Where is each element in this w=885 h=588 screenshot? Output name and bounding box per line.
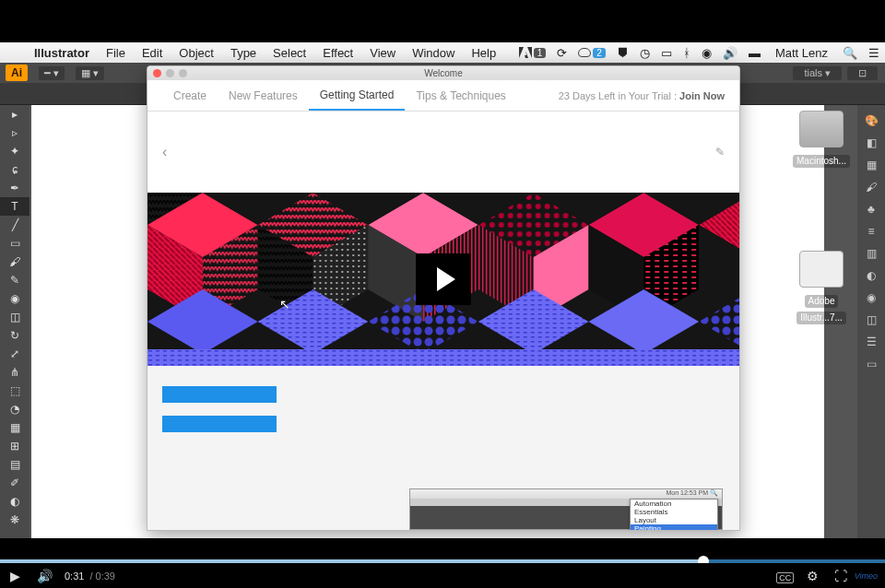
tool-paintbrush[interactable]: 🖌 <box>0 253 30 271</box>
tab-getting-started[interactable]: Getting Started <box>309 80 406 111</box>
video-controls: ▶ 🔊 0:31 / 0:39 CC ⚙ ⛶ Vimeo <box>0 563 885 588</box>
wifi-icon[interactable]: ◉ <box>696 46 717 60</box>
play-icon <box>437 267 455 291</box>
spotlight-icon[interactable]: 🔍 <box>837 46 863 60</box>
tool-rotate[interactable]: ↻ <box>0 326 30 345</box>
menu-window[interactable]: Window <box>404 46 463 60</box>
video-fullscreen-icon[interactable]: ⛶ <box>827 569 855 583</box>
user-name[interactable]: Matt Lenz <box>766 46 837 60</box>
tool-gradient[interactable]: ▤ <box>0 455 30 474</box>
illustrator-logo: Ai <box>6 65 28 81</box>
search-panel-button[interactable]: ⊡ <box>847 66 878 80</box>
sync-icon[interactable]: ⟳ <box>551 46 572 60</box>
clock-icon[interactable]: ◷ <box>634 46 655 60</box>
welcome-tabs: Create New Features Getting Started Tips… <box>148 80 739 112</box>
video-cc-button[interactable]: CC <box>772 569 799 583</box>
panel-appearance-icon[interactable]: ◉ <box>857 288 885 308</box>
bluetooth-icon[interactable]: ᚼ <box>678 46 696 60</box>
video-volume-icon[interactable]: 🔊 <box>30 569 59 583</box>
control-dropdown-style[interactable]: ▦ ▾ <box>76 66 104 80</box>
tool-pencil[interactable]: ✎ <box>0 271 30 289</box>
tool-selection[interactable]: ▸ <box>0 105 30 123</box>
tool-free-transform[interactable]: ⬚ <box>0 382 30 400</box>
app-name[interactable]: Illustrator <box>26 46 98 60</box>
panel-color-guide-icon[interactable]: ◧ <box>857 133 885 153</box>
tab-create[interactable]: Create <box>162 80 218 111</box>
welcome-action-buttons <box>148 366 739 453</box>
carousel-edit-icon[interactable]: ✎ <box>715 146 725 159</box>
panel-stroke-icon[interactable]: ≡ <box>857 221 885 241</box>
tool-blob[interactable]: ◉ <box>0 289 30 308</box>
tool-blend[interactable]: ◐ <box>0 492 30 511</box>
menu-type[interactable]: Type <box>222 46 265 60</box>
tool-eraser[interactable]: ◫ <box>0 308 30 326</box>
volume-icon[interactable]: 🔊 <box>717 46 743 60</box>
desktop-hd-icon[interactable]: Macintosh... <box>789 111 854 168</box>
tab-tips[interactable]: Tips & Techniques <box>405 80 516 111</box>
tool-rectangle[interactable]: ▭ <box>0 234 30 253</box>
menu-file[interactable]: File <box>98 46 134 60</box>
adobe-a-icon[interactable]: 1 <box>513 47 552 58</box>
mini-menu-automation[interactable]: Automation <box>631 500 717 508</box>
welcome-title: Welcome <box>424 68 463 78</box>
tool-lasso[interactable]: ɕ <box>0 160 30 179</box>
tool-eyedropper[interactable]: ✐ <box>0 474 30 492</box>
panel-color-icon[interactable]: 🎨 <box>857 111 885 131</box>
panel-artboards-icon[interactable]: ▭ <box>857 354 885 374</box>
workspace-switcher[interactable]: tials ▾ <box>793 66 842 80</box>
carousel-prev-icon[interactable]: ‹ <box>162 144 167 160</box>
tool-symbol-sprayer[interactable]: ❋ <box>0 511 30 529</box>
panel-transparency-icon[interactable]: ◐ <box>857 265 885 286</box>
panel-layers-icon[interactable]: ☰ <box>857 332 885 352</box>
video-provider-logo[interactable]: Vimeo <box>855 571 878 581</box>
control-dropdown-stroke[interactable]: ━ ▾ <box>39 66 65 80</box>
tool-shape-builder[interactable]: ◔ <box>0 400 30 418</box>
panel-gradient-icon[interactable]: ▥ <box>857 243 885 264</box>
menu-view[interactable]: View <box>361 46 404 60</box>
tool-mesh[interactable]: ⊞ <box>0 437 30 455</box>
tool-direct-select[interactable]: ▹ <box>0 123 30 142</box>
tool-type[interactable]: T <box>0 197 30 216</box>
welcome-window: Welcome Create New Features Getting Star… <box>147 65 740 531</box>
macos-menubar: Illustrator File Edit Object Type Select… <box>0 42 885 63</box>
tool-perspective[interactable]: ▦ <box>0 418 30 437</box>
menu-edit[interactable]: Edit <box>134 46 171 60</box>
join-now-link[interactable]: Join Now <box>679 90 725 101</box>
welcome-button-1[interactable] <box>162 386 277 403</box>
battery-icon[interactable]: ▬ <box>743 46 766 60</box>
mini-screenshot: Mon 12:53 PM 🔍 Automation Essentials Lay… <box>409 488 723 530</box>
panel-graphic-styles-icon[interactable]: ◫ <box>857 310 885 330</box>
zoom-icon <box>179 69 187 77</box>
desktop-folder-icon[interactable]: Adobe Illustr...7... <box>789 251 854 324</box>
welcome-button-2[interactable] <box>162 416 277 432</box>
tab-new-features[interactable]: New Features <box>218 80 309 111</box>
menu-help[interactable]: Help <box>463 46 504 60</box>
display-icon[interactable]: ▭ <box>655 46 678 60</box>
mini-menu-essentials[interactable]: Essentials <box>631 508 717 516</box>
tool-scale[interactable]: ⤢ <box>0 345 30 363</box>
menu-effect[interactable]: Effect <box>314 46 361 60</box>
creative-cloud-icon[interactable]: 2 <box>572 48 611 58</box>
video-settings-icon[interactable]: ⚙ <box>799 569 827 583</box>
welcome-carousel-area: ‹ ✎ <box>148 112 739 193</box>
video-play-button[interactable] <box>416 253 471 305</box>
mini-menu-layout[interactable]: Layout <box>631 516 717 524</box>
video-play-icon[interactable]: ▶ <box>0 569 30 583</box>
menu-select[interactable]: Select <box>265 46 314 60</box>
panel-symbols-icon[interactable]: ♣ <box>857 199 885 219</box>
notification-icon[interactable]: ☰ <box>863 46 885 60</box>
menu-object[interactable]: Object <box>171 46 222 60</box>
mini-menu-painting[interactable]: Painting <box>631 524 717 531</box>
video-duration: / 0:39 <box>89 570 115 582</box>
tool-pen[interactable]: ✒ <box>0 179 30 197</box>
panel-brushes-icon[interactable]: 🖌 <box>857 177 885 197</box>
welcome-titlebar[interactable]: Welcome <box>148 66 739 80</box>
video-current-time: 0:31 <box>65 570 84 582</box>
tool-line[interactable]: ╱ <box>0 216 30 234</box>
panel-swatches-icon[interactable]: ▦ <box>857 155 885 175</box>
shield-icon[interactable]: ⛊ <box>611 46 634 60</box>
welcome-hero <box>148 193 739 366</box>
tool-magic-wand[interactable]: ✦ <box>0 142 30 160</box>
close-icon[interactable] <box>153 69 161 77</box>
tool-width[interactable]: ⋔ <box>0 363 30 382</box>
